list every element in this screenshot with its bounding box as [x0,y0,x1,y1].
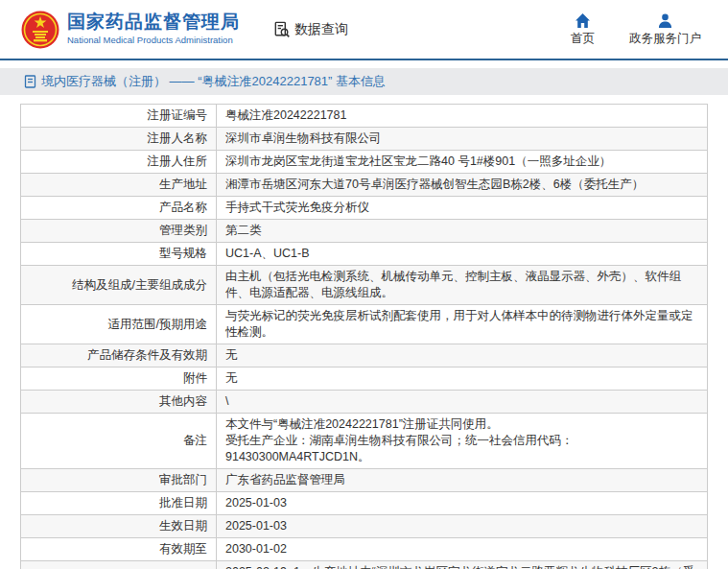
nav-gov-portal-label: 政务服务门户 [629,31,701,47]
row-label: 批准日期 [21,492,217,514]
row-label: 注册人住所 [21,151,217,173]
row-value: 与荧光标记的荧光免疫层析试剂配套使用，用于对人体样本中的待测物进行体外定量或定性… [217,305,707,344]
table-row: 批准日期 2025-01-03 [21,492,707,515]
data-query-button[interactable]: 数据查询 [272,20,348,38]
table-row: 结构及组成/主要组成成分 由主机（包括光电检测系统、机械传动单元、控制主板、液晶… [21,266,707,305]
row-value: 无 [217,344,707,367]
row-label: 结构及组成/主要组成成分 [21,266,217,304]
row-value: 无 [217,367,707,390]
row-label: 变更情况 [21,561,217,569]
nav-home-label: 首页 [571,31,595,47]
row-label: 其他内容 [21,391,217,413]
site-title-cn: 国家药品监督管理局 [67,12,240,33]
user-icon [657,12,673,29]
row-label: 注册证编号 [21,105,217,127]
row-label: 注册人名称 [21,128,217,150]
table-row: 生效日期 2025-01-03 [21,515,707,538]
table-row: 注册证编号 粤械注准20242221781 [21,105,707,128]
row-value: 深圳市卓润生物科技有限公司 [217,128,707,150]
data-query-icon [272,20,291,38]
row-value: 2025-02-19: 1、生产地址由“深圳市龙岗区宝龙街道宝龙二路亚辉龙生物科… [217,561,707,569]
header-gap [0,60,728,68]
table-row: 附件 无 [21,367,707,391]
nav-home[interactable]: 首页 [571,12,595,47]
site-title-block: 国家药品监督管理局 National Medical Products Admi… [67,12,240,45]
row-label: 附件 [21,367,217,390]
row-label: 有效期至 [21,538,217,560]
row-label: 备注 [21,414,217,468]
row-label: 产品名称 [21,197,217,219]
row-label: 生效日期 [21,515,217,537]
row-value: 湘潭市岳塘区河东大道70号卓润医疗器械创智生态园B栋2楼、6楼（委托生产） [217,174,707,196]
table-row: 型号规格 UC1-A、UC1-B [21,243,707,266]
row-label: 型号规格 [21,243,217,265]
nmpa-logo-area: 国家药品监督管理局 National Medical Products Admi… [21,11,240,49]
nav-gov-portal[interactable]: 政务服务门户 [629,12,701,47]
row-value: 粤械注准20242221781 [217,105,707,127]
row-value: 2030-01-02 [217,538,707,560]
row-value: 广东省药品监督管理局 [217,469,707,491]
row-value: 本文件与“粤械注准20242221781”注册证共同使用。 受托生产企业：湖南卓… [217,414,707,468]
row-value: 2025-01-03 [217,492,707,514]
registration-info-table: 注册证编号 粤械注准20242221781 注册人名称 深圳市卓润生物科技有限公… [20,104,708,569]
table-row: 产品储存条件及有效期 无 [21,344,707,367]
site-title-en: National Medical Products Administration [67,36,240,45]
row-value: 手持式干式荧光免疫分析仪 [217,197,707,219]
site-header: 国家药品监督管理局 National Medical Products Admi… [0,0,728,60]
table-row: 产品名称 手持式干式荧光免疫分析仪 [21,197,707,220]
breadcrumb-text: 境内医疗器械（注册） —— “粤械注准20242221781” 基本信息 [41,73,386,90]
table-row: 注册人名称 深圳市卓润生物科技有限公司 [21,128,707,151]
table-row: 有效期至 2030-01-02 [21,538,707,561]
table-row: 备注 本文件与“粤械注准20242221781”注册证共同使用。 受托生产企业：… [21,414,707,469]
table-row: 其他内容 \ [21,391,707,414]
national-emblem-icon [21,11,59,49]
table-row: 审批部门 广东省药品监督管理局 [21,469,707,492]
breadcrumb: 境内医疗器械（注册） —— “粤械注准20242221781” 基本信息 [0,68,728,95]
row-value: 由主机（包括光电检测系统、机械传动单元、控制主板、液晶显示器、外壳）、软件组件、… [217,266,707,304]
row-label: 产品储存条件及有效期 [21,344,217,367]
row-value: \ [217,391,707,413]
document-icon [24,75,36,88]
header-nav: 首页 政务服务门户 [571,12,728,47]
table-row: 注册人住所 深圳市龙岗区宝龙街道宝龙社区宝龙二路40 号1#楼901（一照多址企… [21,151,707,174]
data-query-label: 数据查询 [294,21,348,38]
row-label: 适用范围/预期用途 [21,305,217,344]
row-value: 2025-01-03 [217,515,707,537]
row-label: 管理类别 [21,220,217,242]
row-label: 生产地址 [21,174,217,196]
table-row: 适用范围/预期用途 与荧光标记的荧光免疫层析试剂配套使用，用于对人体样本中的待测… [21,305,707,344]
row-value: 深圳市龙岗区宝龙街道宝龙社区宝龙二路40 号1#楼901（一照多址企业） [217,151,707,173]
row-value: 第二类 [217,220,707,242]
table-row: 变更情况 2025-02-19: 1、生产地址由“深圳市龙岗区宝龙街道宝龙二路亚… [21,561,707,569]
table-row: 管理类别 第二类 [21,220,707,243]
table-row: 生产地址 湘潭市岳塘区河东大道70号卓润医疗器械创智生态园B栋2楼、6楼（委托生… [21,174,707,197]
row-value: UC1-A、UC1-B [217,243,707,265]
home-icon [575,12,591,29]
row-label: 审批部门 [21,469,217,491]
